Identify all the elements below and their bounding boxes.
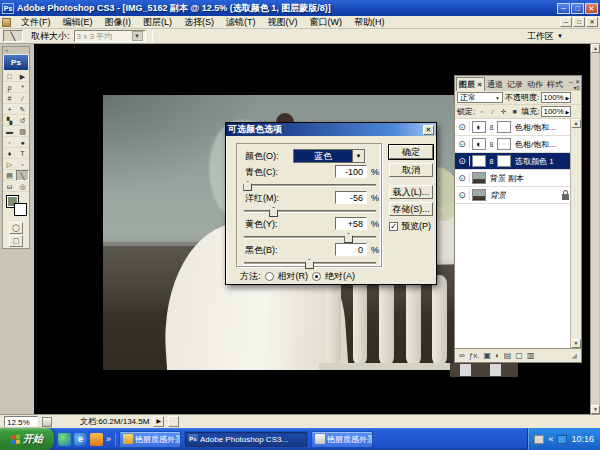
ps-logo[interactable]: Ps: [4, 55, 28, 70]
eyedropper-tool-preset-icon[interactable]: ╲: [3, 30, 23, 42]
layer-row-hue-saturation-1[interactable]: ⊙ ◐ 8 色相/饱和...: [455, 136, 581, 153]
layer-name[interactable]: 背景: [490, 190, 506, 201]
clone-stamp-tool-icon[interactable]: ▚: [3, 115, 16, 126]
tab-channels[interactable]: 通道: [485, 78, 505, 91]
new-layer-icon[interactable]: ▢: [515, 351, 523, 360]
gradient-tool-icon[interactable]: ▨: [16, 126, 29, 137]
zoom-tool-icon[interactable]: ◎: [16, 181, 29, 192]
yellow-input[interactable]: +58: [335, 217, 367, 230]
tab-history[interactable]: 记录: [505, 78, 525, 91]
workspace-button[interactable]: 工作区 ▼: [527, 30, 563, 43]
scroll-down-icon[interactable]: ▼: [571, 339, 581, 348]
relative-radio[interactable]: [265, 272, 274, 281]
layer-row-background-copy[interactable]: ⊙ 背景 副本: [455, 170, 581, 187]
eraser-tool-icon[interactable]: ▬: [3, 126, 16, 137]
status-arrow-icon[interactable]: ▶: [153, 416, 164, 427]
toolbox-collapse-icon[interactable]: «: [3, 47, 29, 54]
slice-tool-icon[interactable]: ∕: [16, 93, 29, 104]
black-slider-thumb[interactable]: [305, 259, 314, 269]
crop-tool-icon[interactable]: #: [3, 93, 16, 104]
lock-position-icon[interactable]: ✛: [499, 108, 508, 116]
lock-image-pixels-icon[interactable]: ∕: [488, 108, 497, 115]
magenta-slider-thumb[interactable]: [269, 207, 278, 217]
scroll-down-icon[interactable]: ▼: [591, 405, 600, 414]
dodge-tool-icon[interactable]: ●: [16, 137, 29, 148]
menu-file[interactable]: 文件(F): [15, 16, 57, 29]
layer-name[interactable]: 背景 副本: [490, 173, 524, 184]
new-group-icon[interactable]: ▤: [504, 351, 512, 360]
adjustment-thumbnail[interactable]: ◐: [472, 138, 486, 150]
layer-row-background[interactable]: ⊙ 背景: [455, 187, 581, 204]
background-color-swatch[interactable]: [14, 203, 27, 216]
menu-select[interactable]: 选择(S): [178, 16, 220, 29]
preview-checkbox[interactable]: ✓: [389, 222, 398, 231]
taskbar-item-document[interactable]: 艳丽质感外景片的定...: [311, 431, 373, 448]
new-adjustment-layer-icon[interactable]: ◐: [495, 351, 500, 360]
dialog-title-bar[interactable]: 可选颜色选项 ✕: [226, 123, 436, 136]
black-slider[interactable]: [244, 262, 376, 265]
absolute-radio[interactable]: [312, 272, 321, 281]
lock-transparent-pixels-icon[interactable]: ▫: [477, 108, 486, 115]
scroll-up-icon[interactable]: ▲: [571, 119, 581, 128]
quick-launch-internet-icon[interactable]: [58, 433, 71, 446]
menu-view[interactable]: 视图(V): [262, 16, 304, 29]
quick-mask-button[interactable]: ◯: [9, 222, 23, 234]
healing-brush-tool-icon[interactable]: +: [3, 104, 16, 115]
layer-mask-thumbnail[interactable]: [497, 155, 511, 167]
lasso-tool-icon[interactable]: ρ: [3, 82, 16, 93]
menu-edit[interactable]: 编辑(E): [57, 16, 99, 29]
blur-tool-icon[interactable]: ◦: [3, 137, 16, 148]
shape-tool-icon[interactable]: ▫: [16, 159, 29, 170]
taskbar-item-folder[interactable]: 艳丽质感外景片的定...: [119, 431, 181, 448]
quick-launch-ie-icon[interactable]: e: [74, 433, 87, 446]
tray-chevron-icon[interactable]: «: [548, 434, 553, 444]
adjustment-thumbnail[interactable]: ◐: [472, 121, 486, 133]
layer-mask-thumbnail[interactable]: [497, 121, 511, 133]
start-button[interactable]: 开始: [0, 428, 54, 450]
tab-close-icon[interactable]: ×: [477, 80, 482, 89]
relative-label[interactable]: 相对(R): [278, 270, 309, 283]
layers-scrollbar[interactable]: ▲ ▼: [570, 119, 581, 348]
cyan-input[interactable]: -100: [335, 165, 367, 178]
absolute-label[interactable]: 绝对(A): [325, 270, 355, 283]
cyan-slider[interactable]: [244, 184, 376, 187]
pen-tool-icon[interactable]: ♦: [3, 148, 16, 159]
doc-restore-button[interactable]: □: [573, 17, 585, 27]
restore-button[interactable]: □: [571, 3, 584, 14]
layer-name[interactable]: 选取颜色 1: [515, 156, 554, 167]
history-brush-tool-icon[interactable]: ↺: [16, 115, 29, 126]
menu-layer[interactable]: 图层(L): [137, 16, 178, 29]
adjustment-thumbnail[interactable]: ◐: [472, 155, 486, 167]
eye-icon[interactable]: ⊙: [455, 139, 470, 149]
scroll-up-icon[interactable]: ▲: [591, 44, 600, 53]
status-extra-icon[interactable]: [168, 416, 179, 427]
eye-icon[interactable]: ⊙: [455, 122, 470, 132]
magenta-input[interactable]: -56: [335, 191, 367, 204]
zoom-input[interactable]: 12.5%: [4, 416, 38, 427]
layer-row-selective-color-1[interactable]: ⊙ ◐ 8 选取颜色 1: [455, 153, 581, 170]
brush-tool-icon[interactable]: ✎: [16, 104, 29, 115]
layer-row-hue-saturation-2[interactable]: ⊙ ◐ 8 色相/饱和...: [455, 119, 581, 136]
quick-launch-app-icon[interactable]: [90, 433, 103, 446]
hand-tool-icon[interactable]: ω: [3, 181, 16, 192]
save-button[interactable]: 存储(S)...: [389, 202, 433, 216]
fill-input[interactable]: 100% ▶: [541, 106, 571, 117]
ok-button[interactable]: 确定: [389, 145, 433, 159]
document-scrollbar[interactable]: ▲ ▼: [590, 44, 599, 414]
cyan-slider-thumb[interactable]: [243, 181, 252, 191]
doc-close-button[interactable]: ✕: [586, 17, 598, 27]
eye-icon[interactable]: ⊙: [455, 173, 470, 183]
layer-name[interactable]: 色相/饱和...: [515, 139, 556, 150]
tab-actions[interactable]: 动作: [525, 78, 545, 91]
spinner-icon[interactable]: ▶: [565, 95, 569, 101]
blend-mode-select[interactable]: 正常 ▼: [457, 92, 503, 103]
clock[interactable]: 10:16: [571, 434, 594, 444]
eyedropper-tool-icon[interactable]: ╲: [16, 170, 29, 181]
sample-size-select[interactable]: 3 x 3 平均 ▼: [74, 30, 146, 42]
type-tool-icon[interactable]: T: [16, 148, 29, 159]
menu-filter[interactable]: 滤镜(T): [220, 16, 262, 29]
black-input[interactable]: 0: [335, 243, 367, 256]
doc-minimize-button[interactable]: ─: [560, 17, 572, 27]
menu-window[interactable]: 窗口(W): [304, 16, 349, 29]
network-icon[interactable]: [557, 435, 567, 444]
